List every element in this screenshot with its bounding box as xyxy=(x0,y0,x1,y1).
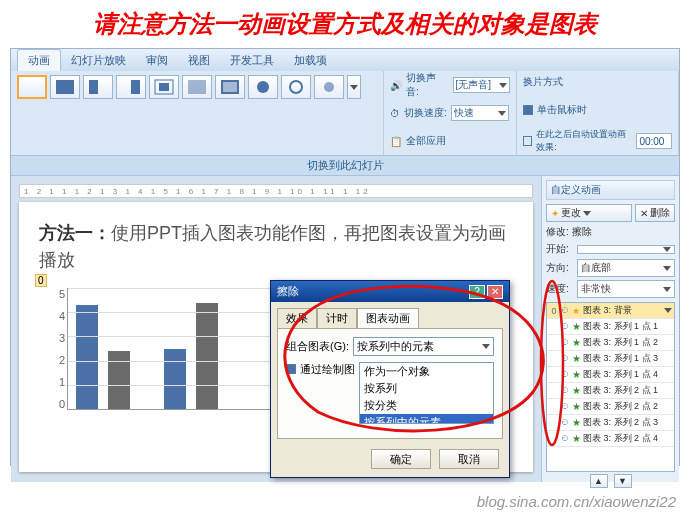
svg-rect-2 xyxy=(131,80,140,94)
speed-combo[interactable]: 快速 xyxy=(451,105,509,121)
list-item[interactable]: ⏲★图表 3: 系列 1 点 3 xyxy=(547,351,674,367)
list-item[interactable]: ⏲★图表 3: 系列 1 点 1 xyxy=(547,319,674,335)
tab-developer[interactable]: 开发工具 xyxy=(220,50,284,71)
svg-rect-4 xyxy=(159,83,169,91)
transition-thumb[interactable] xyxy=(215,75,245,99)
cancel-button[interactable]: 取消 xyxy=(439,449,499,469)
svg-rect-0 xyxy=(56,80,74,94)
sound-combo[interactable]: [无声音] xyxy=(453,77,511,93)
transition-gallery[interactable] xyxy=(17,75,377,99)
transition-thumb[interactable] xyxy=(149,75,179,99)
animate-grid-label: 通过绘制图 xyxy=(300,362,355,377)
animation-list[interactable]: 0⏲★图表 3: 背景 ⏲★图表 3: 系列 1 点 1 ⏲★图表 3: 系列 … xyxy=(546,302,675,472)
chart[interactable]: 0 543210 xyxy=(39,288,289,428)
svg-point-8 xyxy=(257,81,269,93)
modify-label: 修改: 擦除 xyxy=(546,225,675,239)
plot-area xyxy=(67,288,289,410)
transition-thumb[interactable] xyxy=(83,75,113,99)
group-chart-label: 组合图表(G): xyxy=(286,339,349,354)
option-item[interactable]: 按分类 xyxy=(360,397,493,414)
list-item[interactable]: ⏲★图表 3: 系列 2 点 2 xyxy=(547,399,674,415)
dialog-tab-effect[interactable]: 效果 xyxy=(277,308,317,328)
tab-slideshow[interactable]: 幻灯片放映 xyxy=(61,50,136,71)
animation-tag: 0 xyxy=(35,274,47,287)
option-item[interactable]: 作为一个对象 xyxy=(360,363,493,380)
bar-s1-c1 xyxy=(76,305,98,409)
ribbon-tabs: 动画 幻灯片放映 审阅 视图 开发工具 加载项 xyxy=(11,49,679,71)
ribbon-group-title: 切换到此幻灯片 xyxy=(11,156,679,176)
svg-point-9 xyxy=(290,81,302,93)
list-item[interactable]: 0⏲★图表 3: 背景 xyxy=(547,303,674,319)
group-options-list[interactable]: 作为一个对象 按系列 按分类 按系列中的元素 按分类中的元素 xyxy=(359,362,494,424)
ribbon: 🔊切换声音:[无声音] ⏱切换速度:快速 📋全部应用 换片方式 单击鼠标时 在此… xyxy=(11,71,679,156)
help-icon[interactable]: ? xyxy=(469,285,485,299)
speed-label: 切换速度: xyxy=(404,106,447,120)
transition-thumb[interactable] xyxy=(314,75,344,99)
after-label: 在此之后自动设置动画效果: xyxy=(536,128,632,154)
instruction-banner: 请注意方法一动画设置方式及相关的对象是图表 xyxy=(0,0,690,46)
transition-thumb[interactable] xyxy=(281,75,311,99)
dialog-tab-chartanim[interactable]: 图表动画 xyxy=(357,308,419,328)
transition-thumb[interactable] xyxy=(116,75,146,99)
change-button[interactable]: ✦更改 xyxy=(546,204,632,222)
sound-label: 切换声音: xyxy=(406,71,449,99)
bar-s2-c2 xyxy=(196,303,218,409)
list-item[interactable]: ⏲★图表 3: 系列 1 点 2 xyxy=(547,335,674,351)
onclick-checkbox[interactable] xyxy=(523,105,533,115)
list-item[interactable]: ⏲★图表 3: 系列 2 点 3 xyxy=(547,415,674,431)
svg-point-10 xyxy=(324,82,334,92)
gallery-more[interactable] xyxy=(347,75,361,99)
list-item[interactable]: ⏲★图表 3: 系列 2 点 4 xyxy=(547,431,674,447)
direction-label: 方向: xyxy=(546,261,574,275)
svg-rect-5 xyxy=(188,80,206,94)
animate-grid-checkbox[interactable] xyxy=(286,364,296,374)
list-item[interactable]: ⏲★图表 3: 系列 1 点 4 xyxy=(547,367,674,383)
ok-button[interactable]: 确定 xyxy=(371,449,431,469)
speed-label: 速度: xyxy=(546,282,574,296)
apply-all-button[interactable]: 📋全部应用 xyxy=(390,131,510,151)
start-combo[interactable] xyxy=(577,245,675,254)
svg-rect-7 xyxy=(223,82,237,92)
close-icon[interactable]: ✕ xyxy=(487,285,503,299)
effect-options-dialog: 擦除 ? ✕ 效果 计时 图表动画 组合图表(G): 按系列中的元素 通过绘制图… xyxy=(270,280,510,478)
start-label: 开始: xyxy=(546,242,574,256)
tab-view[interactable]: 视图 xyxy=(178,50,220,71)
pane-title: 自定义动画 xyxy=(546,180,675,200)
watermark: blog.sina.com.cn/xiaowenzi22 xyxy=(477,493,676,510)
advance-mode-label: 换片方式 xyxy=(523,75,672,89)
tab-animation[interactable]: 动画 xyxy=(17,49,61,71)
option-item[interactable]: 按系列中的元素 xyxy=(360,414,493,424)
transition-thumb[interactable] xyxy=(248,75,278,99)
bar-s1-c2 xyxy=(164,349,186,410)
icon-speed: ⏱ xyxy=(390,108,400,119)
transition-thumb[interactable] xyxy=(182,75,212,99)
option-item[interactable]: 按系列 xyxy=(360,380,493,397)
slide-title: 方法一：使用PPT插入图表功能作图，再把图表设置为动画播放 xyxy=(39,220,513,274)
move-up-button[interactable]: ▲ xyxy=(590,474,608,488)
svg-rect-1 xyxy=(89,80,98,94)
direction-combo[interactable]: 自底部 xyxy=(577,259,675,277)
onclick-label: 单击鼠标时 xyxy=(537,103,587,117)
dialog-tab-timing[interactable]: 计时 xyxy=(317,308,357,328)
pane-speed-combo[interactable]: 非常快 xyxy=(577,280,675,298)
after-time-input[interactable]: 00:00 xyxy=(636,133,672,149)
remove-button[interactable]: ✕删除 xyxy=(635,204,675,222)
icon-sound: 🔊 xyxy=(390,80,402,91)
custom-animation-pane: 自定义动画 ✦更改 ✕删除 修改: 擦除 开始: 方向:自底部 速度:非常快 0… xyxy=(541,176,679,482)
after-checkbox[interactable] xyxy=(523,136,532,146)
list-item[interactable]: ⏲★图表 3: 系列 2 点 1 xyxy=(547,383,674,399)
transition-none[interactable] xyxy=(17,75,47,99)
move-down-button[interactable]: ▼ xyxy=(614,474,632,488)
group-chart-combo[interactable]: 按系列中的元素 xyxy=(353,337,494,356)
dialog-titlebar[interactable]: 擦除 ? ✕ xyxy=(271,281,509,302)
transition-thumb[interactable] xyxy=(50,75,80,99)
tab-review[interactable]: 审阅 xyxy=(136,50,178,71)
dialog-title: 擦除 xyxy=(277,284,299,299)
horizontal-ruler: 1 2 1 1 1 2 1 3 1 4 1 5 1 6 1 7 1 8 1 9 … xyxy=(19,184,533,198)
applyall-icon: 📋 xyxy=(390,136,402,147)
tab-addins[interactable]: 加载项 xyxy=(284,50,337,71)
y-axis: 543210 xyxy=(49,288,65,410)
